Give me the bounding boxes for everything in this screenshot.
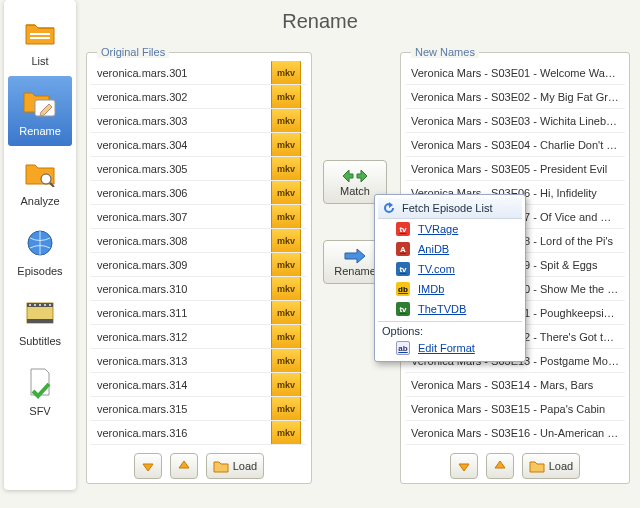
fetch-dropdown: Fetch Episode List tvTVRageAAniDBtvTV.co… bbox=[374, 194, 526, 362]
source-label: TVRage bbox=[418, 223, 458, 235]
list-item[interactable]: veronica.mars.306mkv bbox=[91, 181, 307, 205]
source-icon: db bbox=[396, 282, 410, 296]
list-item[interactable]: veronica.mars.303mkv bbox=[91, 109, 307, 133]
source-tvrage[interactable]: tvTVRage bbox=[378, 219, 522, 239]
load-original-button[interactable]: Load bbox=[206, 453, 264, 479]
rename-arrow-icon bbox=[343, 248, 367, 264]
file-name: veronica.mars.316 bbox=[97, 421, 271, 445]
source-label: TheTVDB bbox=[418, 303, 466, 315]
source-label: AniDB bbox=[418, 243, 449, 255]
sidebar-item-label: Analyze bbox=[20, 195, 59, 207]
list-item[interactable]: veronica.mars.312mkv bbox=[91, 325, 307, 349]
extension-badge: mkv bbox=[271, 133, 301, 157]
extension-badge: mkv bbox=[271, 349, 301, 373]
list-item[interactable]: veronica.mars.309mkv bbox=[91, 253, 307, 277]
list-item[interactable]: veronica.mars.313mkv bbox=[91, 349, 307, 373]
list-item[interactable]: veronica.mars.305mkv bbox=[91, 157, 307, 181]
new-name: Veronica Mars - S03E04 - Charlie Don't S… bbox=[411, 133, 619, 157]
load-label: Load bbox=[233, 460, 257, 472]
list-item[interactable]: veronica.mars.314mkv bbox=[91, 373, 307, 397]
sidebar-item-analyze[interactable]: Analyze bbox=[8, 146, 72, 216]
film-icon bbox=[22, 295, 58, 331]
new-name: Veronica Mars - S03E03 - Wichita Linebac… bbox=[411, 109, 619, 133]
sidebar: List Rename Analyze Episodes Subtitles S… bbox=[4, 0, 76, 490]
file-name: veronica.mars.310 bbox=[97, 277, 271, 301]
extension-badge: mkv bbox=[271, 205, 301, 229]
file-name: veronica.mars.303 bbox=[97, 109, 271, 133]
list-item[interactable]: Veronica Mars - S03E14 - Mars, Bars bbox=[405, 373, 625, 397]
globe-icon bbox=[22, 225, 58, 261]
move-down-button[interactable] bbox=[450, 453, 478, 479]
list-item[interactable]: veronica.mars.310mkv bbox=[91, 277, 307, 301]
svg-rect-9 bbox=[34, 304, 36, 306]
file-name: veronica.mars.301 bbox=[97, 61, 271, 85]
list-item[interactable]: veronica.mars.316mkv bbox=[91, 421, 307, 445]
file-name: veronica.mars.311 bbox=[97, 301, 271, 325]
move-down-button[interactable] bbox=[134, 453, 162, 479]
folder-icon bbox=[22, 15, 58, 51]
file-name: veronica.mars.313 bbox=[97, 349, 271, 373]
extension-badge: mkv bbox=[271, 277, 301, 301]
load-new-button[interactable]: Load bbox=[522, 453, 580, 479]
extension-badge: mkv bbox=[271, 109, 301, 133]
sidebar-item-label: Subtitles bbox=[19, 335, 61, 347]
file-name: veronica.mars.312 bbox=[97, 325, 271, 349]
sidebar-item-episodes[interactable]: Episodes bbox=[8, 216, 72, 286]
list-item[interactable]: Veronica Mars - S03E04 - Charlie Don't S… bbox=[405, 133, 625, 157]
new-name: Veronica Mars - S03E01 - Welcome Wagon bbox=[411, 61, 619, 85]
edit-format-label: Edit Format bbox=[418, 342, 475, 354]
list-item[interactable]: veronica.mars.307mkv bbox=[91, 205, 307, 229]
original-files-list[interactable]: veronica.mars.301mkvveronica.mars.302mkv… bbox=[87, 53, 311, 449]
file-name: veronica.mars.302 bbox=[97, 85, 271, 109]
list-item[interactable]: veronica.mars.311mkv bbox=[91, 301, 307, 325]
list-item[interactable]: Veronica Mars - S03E03 - Wichita Linebac… bbox=[405, 109, 625, 133]
ab-icon: ab bbox=[396, 341, 410, 355]
match-label: Match bbox=[340, 185, 370, 197]
dropdown-header: Fetch Episode List bbox=[378, 198, 522, 219]
extension-badge: mkv bbox=[271, 397, 301, 421]
list-item[interactable]: Veronica Mars - S03E01 - Welcome Wagon bbox=[405, 61, 625, 85]
move-up-button[interactable] bbox=[170, 453, 198, 479]
list-item[interactable]: veronica.mars.308mkv bbox=[91, 229, 307, 253]
file-name: veronica.mars.308 bbox=[97, 229, 271, 253]
source-label: IMDb bbox=[418, 283, 444, 295]
move-up-button[interactable] bbox=[486, 453, 514, 479]
svg-rect-12 bbox=[49, 304, 51, 306]
list-item[interactable]: veronica.mars.301mkv bbox=[91, 61, 307, 85]
new-name: Veronica Mars - S03E16 - Un-American Gra… bbox=[411, 421, 619, 445]
file-name: veronica.mars.306 bbox=[97, 181, 271, 205]
source-tvcom[interactable]: tvTV.com bbox=[378, 259, 522, 279]
new-name: Veronica Mars - S03E05 - President Evil bbox=[411, 157, 619, 181]
load-label: Load bbox=[549, 460, 573, 472]
list-item[interactable]: Veronica Mars - S03E15 - Papa's Cabin bbox=[405, 397, 625, 421]
list-item[interactable]: veronica.mars.304mkv bbox=[91, 133, 307, 157]
list-item[interactable]: Veronica Mars - S03E16 - Un-American Gra… bbox=[405, 421, 625, 445]
sidebar-item-list[interactable]: List bbox=[8, 6, 72, 76]
sidebar-item-label: SFV bbox=[29, 405, 50, 417]
list-item[interactable]: Veronica Mars - S03E02 - My Big Fat Gree… bbox=[405, 85, 625, 109]
source-thetvdb[interactable]: tvTheTVDB bbox=[378, 299, 522, 319]
sidebar-item-sfv[interactable]: SFV bbox=[8, 356, 72, 426]
new-footer: Load bbox=[401, 449, 629, 483]
list-item[interactable]: veronica.mars.315mkv bbox=[91, 397, 307, 421]
refresh-icon bbox=[382, 201, 396, 215]
panel-title-new: New Names bbox=[411, 46, 479, 58]
sidebar-item-rename[interactable]: Rename bbox=[8, 76, 72, 146]
rename-label: Rename bbox=[334, 265, 376, 277]
source-imdb[interactable]: dbIMDb bbox=[378, 279, 522, 299]
match-icon bbox=[343, 168, 367, 184]
source-icon: tv bbox=[396, 302, 410, 316]
extension-badge: mkv bbox=[271, 301, 301, 325]
extension-badge: mkv bbox=[271, 253, 301, 277]
svg-rect-8 bbox=[29, 304, 31, 306]
list-item[interactable]: Veronica Mars - S03E05 - President Evil bbox=[405, 157, 625, 181]
source-anidb[interactable]: AAniDB bbox=[378, 239, 522, 259]
edit-format-link[interactable]: ab Edit Format bbox=[378, 338, 522, 358]
source-icon: tv bbox=[396, 262, 410, 276]
folder-open-icon bbox=[529, 459, 545, 473]
file-name: veronica.mars.304 bbox=[97, 133, 271, 157]
page-title: Rename bbox=[0, 0, 640, 42]
list-item[interactable]: veronica.mars.302mkv bbox=[91, 85, 307, 109]
sidebar-item-subtitles[interactable]: Subtitles bbox=[8, 286, 72, 356]
file-name: veronica.mars.305 bbox=[97, 157, 271, 181]
